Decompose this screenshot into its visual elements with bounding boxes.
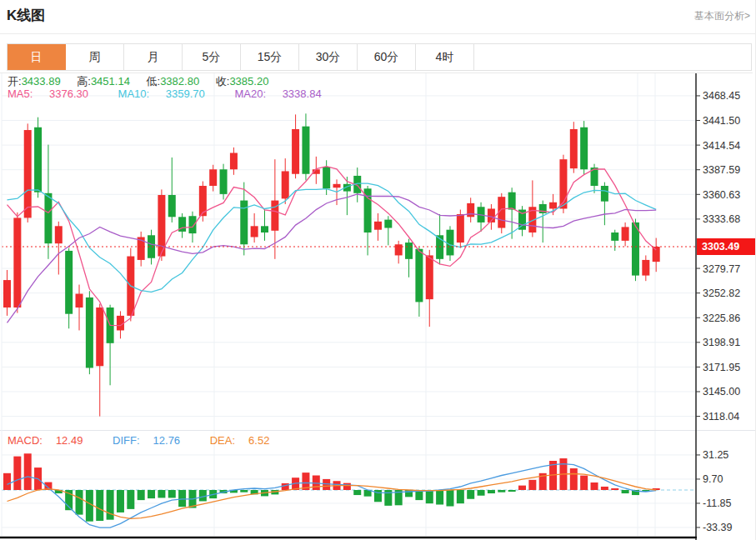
y-axis-label: 3441.50 xyxy=(703,115,740,127)
y-axis-label: 3279.77 xyxy=(703,263,740,275)
diff-value: DIFF:12.76 xyxy=(113,434,193,447)
candle xyxy=(415,249,423,302)
ma10-value: MA10: 3359.70 xyxy=(118,88,218,100)
tab-5分[interactable]: 5分 xyxy=(183,44,241,70)
candle xyxy=(642,260,649,276)
y-axis-label: 3360.63 xyxy=(703,189,740,201)
y-axis-label: 3468.45 xyxy=(703,90,740,102)
macd-bar xyxy=(446,490,453,507)
candle xyxy=(13,218,21,308)
macd-bar xyxy=(240,490,248,492)
candle xyxy=(395,244,403,255)
y-axis-label: 3252.82 xyxy=(703,288,740,299)
candle xyxy=(86,298,93,368)
candle xyxy=(323,167,330,188)
macd-bar xyxy=(107,490,114,520)
candle xyxy=(405,242,413,259)
macd-bar xyxy=(158,490,165,498)
tab-30分[interactable]: 30分 xyxy=(299,44,358,70)
candle xyxy=(76,294,83,308)
tab-周[interactable]: 周 xyxy=(66,44,124,70)
current-price-tag: 3303.49 xyxy=(697,238,756,255)
macd-axis-label: -33.39 xyxy=(703,522,732,533)
macd-bar xyxy=(96,490,103,521)
dea-line xyxy=(8,474,657,519)
macd-bar xyxy=(467,490,474,499)
candle xyxy=(333,184,341,188)
candle xyxy=(653,247,660,262)
y-axis-label: 3118.04 xyxy=(703,411,739,422)
tab-日[interactable]: 日 xyxy=(8,44,66,70)
ma20-line xyxy=(8,194,657,322)
macd-axis-label: -11.85 xyxy=(703,498,732,509)
macd-bar xyxy=(282,483,289,490)
candle xyxy=(44,193,52,243)
macd-bar xyxy=(13,457,21,490)
macd-bar xyxy=(178,490,186,507)
tab-4时[interactable]: 4时 xyxy=(416,44,474,70)
macd-bar xyxy=(518,486,526,490)
macd-bar xyxy=(199,490,207,501)
macd-bar xyxy=(488,490,495,493)
close-value: 收:3385.20 xyxy=(216,75,269,88)
interval-tab-bar: 日周月5分15分30分60分4时 xyxy=(7,43,752,71)
macd-bar xyxy=(622,490,629,493)
candle xyxy=(292,129,299,174)
y-axis-label: 3387.59 xyxy=(703,164,740,176)
macd-bar xyxy=(498,490,505,492)
macd-bar xyxy=(24,453,32,490)
macd-legend: MACD:12.49 DIFF:12.76 DEA:6.52 xyxy=(8,434,296,447)
tab-60分[interactable]: 60分 xyxy=(358,44,416,70)
candle xyxy=(96,308,103,366)
candle xyxy=(549,202,557,209)
y-axis-label: 3414.54 xyxy=(703,140,740,152)
page-title: K线图 xyxy=(7,6,45,25)
y-axis-label: 3198.91 xyxy=(703,337,740,348)
ma5-value: MA5: 3376.30 xyxy=(8,88,102,100)
candle xyxy=(220,169,228,194)
macd-bar xyxy=(127,490,134,509)
header-divider xyxy=(0,33,756,34)
candle xyxy=(261,226,268,232)
candle xyxy=(426,255,433,299)
y-axis-label: 3333.68 xyxy=(703,213,740,225)
macd-bar xyxy=(343,483,351,490)
candle xyxy=(55,226,63,243)
macd-bar xyxy=(601,487,608,490)
candle xyxy=(3,280,11,308)
macd-bar xyxy=(323,479,330,490)
candle xyxy=(188,216,196,233)
candle xyxy=(168,195,176,217)
tab-15分[interactable]: 15分 xyxy=(241,44,299,70)
candle xyxy=(580,128,588,169)
candle xyxy=(282,171,289,198)
macd-bar xyxy=(611,488,618,490)
macd-bar xyxy=(457,490,464,503)
macd-bar xyxy=(528,480,536,490)
macd-bar xyxy=(591,482,598,490)
macd-bar xyxy=(580,476,588,490)
y-axis-label: 3225.86 xyxy=(703,312,740,324)
candle xyxy=(601,186,608,202)
macd-axis-label: 31.25 xyxy=(703,449,728,461)
candle xyxy=(251,226,258,237)
macd-bar xyxy=(478,490,485,496)
candle xyxy=(508,192,516,210)
ma10-line xyxy=(8,183,657,292)
candle xyxy=(611,232,618,241)
candle xyxy=(230,152,238,169)
macd-bar xyxy=(436,490,443,504)
fundamental-analysis-link[interactable]: 基本面分析> xyxy=(694,9,750,23)
macd-bar xyxy=(117,490,124,512)
macd-bar xyxy=(508,490,516,492)
macd-bar xyxy=(3,473,11,490)
diff-line xyxy=(8,464,657,528)
candle xyxy=(34,128,42,192)
candle xyxy=(374,222,382,230)
candle xyxy=(467,203,474,217)
tab-月[interactable]: 月 xyxy=(124,44,183,70)
kline-page: 3468.453441.503414.543387.593360.633333.… xyxy=(0,0,756,540)
ma-legend: MA5: 3376.30 MA10: 3359.70 MA20: 3338.84 xyxy=(8,88,348,100)
macd-bar xyxy=(148,490,155,498)
macd-bar xyxy=(86,490,93,522)
